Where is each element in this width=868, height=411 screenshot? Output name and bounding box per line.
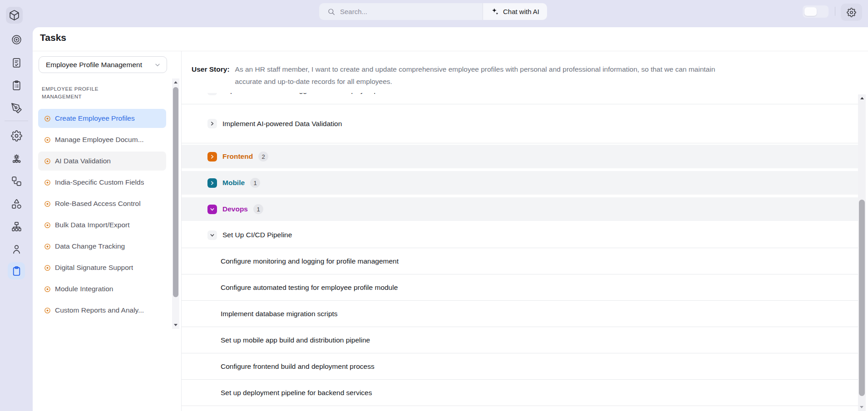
bullseye-icon <box>44 243 51 250</box>
task-row-label: Set Up CI/CD Pipeline <box>222 231 292 239</box>
task-row-label: Configure frontend build and deployment … <box>221 362 375 371</box>
settings-button[interactable] <box>841 4 862 21</box>
sidebar-item-goals[interactable] <box>8 31 25 48</box>
clipboard-list-icon <box>11 80 22 91</box>
task-row[interactable]: Implement AI-powered Data Validation <box>182 104 858 143</box>
user-story-item[interactable]: Module Integration <box>38 279 166 298</box>
chevron-right-icon <box>210 181 215 186</box>
task-rows: Implement smart field suggestions for em… <box>182 93 858 406</box>
task-row-label: Configure monitoring and logging for pro… <box>221 257 399 265</box>
sidebar-item-settings[interactable] <box>8 127 25 144</box>
task-row[interactable]: Configure monitoring and logging for pro… <box>182 248 858 274</box>
task-row[interactable]: Frontend 2 <box>182 145 858 168</box>
task-row[interactable]: Set up mobile app build and distribution… <box>182 327 858 353</box>
task-row[interactable]: Implement smart field suggestions for em… <box>182 93 858 104</box>
task-row-label: Configure automated testing for employee… <box>221 284 398 292</box>
row-expand-badge[interactable] <box>207 152 217 161</box>
story-section-label: EMPLOYEE PROFILE MANAGEMENT <box>42 85 128 100</box>
sidebar-item-requirements[interactable] <box>8 54 25 71</box>
package-icon <box>9 10 20 21</box>
left-panel-scrollbar[interactable] <box>172 78 179 329</box>
search-input[interactable] <box>340 8 467 15</box>
row-expand-badge[interactable] <box>207 93 217 95</box>
chat-with-ai-button[interactable]: Chat with AI <box>483 3 547 20</box>
topbar-divider <box>835 7 835 16</box>
sparkles-icon <box>491 7 499 16</box>
story-group-select-value: Employee Profile Management <box>46 61 142 69</box>
theme-toggle[interactable] <box>803 5 829 18</box>
user-story-item[interactable]: Create Employee Profiles <box>38 109 166 128</box>
task-row[interactable]: Implement database migration scripts <box>182 301 858 327</box>
task-count-badge: 2 <box>258 152 268 161</box>
bullseye-icon <box>44 137 51 143</box>
user-story-item[interactable]: Custom Reports and Analy... <box>38 301 166 320</box>
sidebar-item-profile[interactable] <box>8 241 25 257</box>
task-row[interactable]: Set Up CI/CD Pipeline <box>182 222 858 248</box>
user-story-block: User Story: As an HR staff member, I wan… <box>192 63 823 88</box>
chevron-down-icon <box>210 207 215 212</box>
sidebar-item-integrations[interactable] <box>8 150 25 166</box>
target-icon <box>11 34 22 45</box>
bullseye-icon <box>44 222 51 229</box>
user-story-item-label: Manage Employee Docum... <box>55 136 144 144</box>
shapes-icon <box>11 198 22 210</box>
left-scrollbar-thumb[interactable] <box>173 87 178 297</box>
user-story-item[interactable]: Role-Based Access Control <box>38 194 166 213</box>
header-divider <box>33 51 868 51</box>
row-expand-badge[interactable] <box>207 205 217 214</box>
sidebar-item-tasks-active[interactable] <box>8 262 25 279</box>
bullseye-icon <box>44 179 51 186</box>
user-story-item-label: Role-Based Access Control <box>55 200 141 208</box>
workspace-button[interactable] <box>6 7 23 24</box>
user-icon <box>11 244 22 255</box>
sidebar-item-org-chart[interactable] <box>8 218 25 235</box>
task-row[interactable]: Configure automated testing for employee… <box>182 274 858 301</box>
user-story-item[interactable]: Digital Signature Support <box>38 258 166 277</box>
row-expand-badge[interactable] <box>207 230 217 240</box>
bullseye-icon <box>44 201 51 207</box>
task-row-label: Frontend <box>222 152 253 161</box>
main-scrollbar[interactable] <box>858 94 866 411</box>
scroll-down-arrow[interactable] <box>174 324 178 326</box>
page-title: Tasks <box>40 32 66 43</box>
user-story-item[interactable]: Data Change Tracking <box>38 237 166 256</box>
user-story-item-label: Digital Signature Support <box>55 264 133 272</box>
scroll-down-arrow[interactable] <box>860 406 863 408</box>
story-group-select[interactable]: Employee Profile Management <box>39 56 167 73</box>
task-row-label: Implement database migration scripts <box>221 310 338 318</box>
row-expand-badge[interactable] <box>207 119 217 128</box>
search-section[interactable] <box>319 3 483 20</box>
task-row[interactable]: Mobile 1 <box>182 171 858 195</box>
user-story-item-label: Bulk Data Import/Export <box>55 221 130 229</box>
task-row-label: Set up mobile app build and distribution… <box>221 336 370 344</box>
user-story-item[interactable]: Manage Employee Docum... <box>38 130 166 149</box>
gear-icon <box>847 8 856 17</box>
tasks-clipboard-icon <box>11 265 22 277</box>
sidebar-item-shapes[interactable] <box>8 196 25 212</box>
task-row-label: Devops <box>222 205 248 213</box>
main-scrollbar-thumb[interactable] <box>859 200 865 396</box>
user-story-item-label: Create Employee Profiles <box>55 114 135 122</box>
user-story-item[interactable]: India-Specific Custom Fields <box>38 173 166 192</box>
sidebar-item-workflow[interactable] <box>8 173 25 189</box>
theme-toggle-knob[interactable] <box>804 7 817 16</box>
integrations-icon <box>11 153 22 164</box>
chevron-down-icon <box>154 61 161 68</box>
scroll-up-arrow[interactable] <box>860 97 864 99</box>
chevron-right-icon <box>210 154 215 159</box>
sidebar-item-plans[interactable] <box>8 77 25 93</box>
sidebar-item-design[interactable] <box>8 100 25 116</box>
task-count-badge: 1 <box>250 178 260 188</box>
task-row-label: Implement smart field suggestions for em… <box>222 93 396 94</box>
bullseye-icon <box>44 264 51 271</box>
row-expand-badge[interactable] <box>207 178 217 188</box>
user-story-item[interactable]: Bulk Data Import/Export <box>38 215 166 235</box>
task-row[interactable]: Set up deployment pipeline for backend s… <box>182 380 858 406</box>
scroll-up-arrow[interactable] <box>174 81 178 83</box>
task-row[interactable]: Devops 1 <box>182 197 858 221</box>
task-row[interactable]: Configure frontend build and deployment … <box>182 353 858 380</box>
app-root: Chat with AI Tasks Employee Profile Mana… <box>0 0 868 411</box>
chat-with-ai-label: Chat with AI <box>503 8 539 15</box>
user-story-line2: accurate and up-to-date records for all … <box>235 75 823 88</box>
user-story-item[interactable]: AI Data Validation <box>38 152 166 171</box>
